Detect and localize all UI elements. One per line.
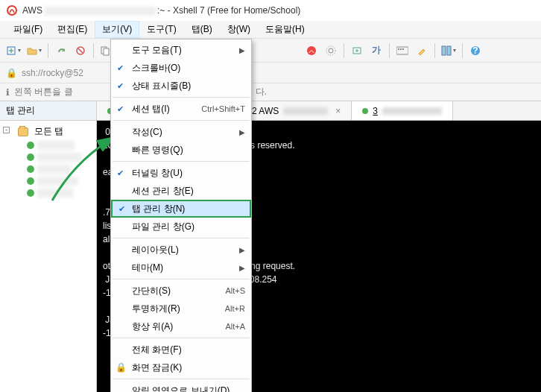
menu-separator	[113, 338, 250, 338]
menu-window[interactable]: 창(W)	[220, 21, 258, 38]
settings-icon[interactable]	[323, 42, 339, 59]
toolbar-separator	[434, 43, 435, 58]
tab-redacted	[382, 107, 442, 115]
menuitem-lock[interactable]: 🔒화면 잠금(K)	[111, 358, 251, 376]
menuitem-tabmgr[interactable]: ✔탭 관리 창(N)	[111, 200, 251, 218]
check-icon: ✔	[117, 104, 124, 114]
status-dot-icon	[362, 108, 368, 114]
toolbar-separator	[48, 43, 48, 58]
menu-separator	[113, 97, 250, 98]
session-tab-3[interactable]: 3	[352, 101, 453, 120]
menu-separator	[113, 279, 250, 279]
check-icon: ✔	[117, 81, 124, 91]
check-icon: ✔	[117, 63, 124, 73]
menuitem-toolbars[interactable]: 도구 모음(T)▶	[111, 41, 251, 59]
new-session-button[interactable]	[4, 42, 22, 59]
address-bar: 🔒 ssh://rocky@52	[0, 63, 541, 83]
font-icon[interactable]: 가	[368, 42, 385, 59]
menu-separator	[113, 238, 250, 238]
menuitem-theme[interactable]: 테마(M)▶	[111, 259, 251, 276]
submenu-arrow-icon: ▶	[239, 264, 245, 272]
status-dot-icon	[27, 142, 34, 149]
menu-help[interactable]: 도움말(H)	[258, 21, 312, 38]
add-tab-icon[interactable]	[349, 42, 365, 59]
menuitem-statusbar[interactable]: ✔상태 표시줄(B)	[111, 77, 251, 95]
menu-separator	[113, 379, 250, 379]
menu-edit[interactable]: 편집(E)	[50, 21, 95, 38]
svg-rect-15	[402, 48, 404, 50]
menu-tab[interactable]: 탭(B)	[184, 21, 220, 38]
menuitem-filemgr[interactable]: 파일 관리 창(G)	[111, 218, 251, 235]
collapse-icon[interactable]: -	[3, 127, 10, 133]
check-icon: ✔	[118, 204, 125, 214]
titlebar: AWS:~ - Xshell 7 (Free for Home/School)	[0, 0, 541, 21]
address-text[interactable]: ssh://rocky@52	[22, 68, 83, 78]
submenu-arrow-icon: ▶	[239, 128, 245, 136]
svg-text:?: ?	[472, 45, 478, 56]
title-prefix: AWS	[22, 5, 42, 16]
menu-view[interactable]: 보기(V)	[95, 21, 139, 38]
hint-bar: ℹ 왼쪽 버튼을 클 다.	[0, 83, 541, 101]
sidebar-title: 탭 관리	[0, 101, 96, 121]
svg-point-9	[329, 48, 333, 53]
svg-point-10	[326, 46, 335, 55]
check-icon: ✔	[117, 168, 124, 178]
menu-file[interactable]: 파일(F)	[6, 21, 50, 38]
menuitem-sessmgr[interactable]: 세션 관리 창(E)	[111, 182, 251, 200]
title-redacted	[44, 7, 156, 16]
menubar: 파일(F) 편집(E) 보기(V) 도구(T) 탭(B) 창(W) 도움말(H)	[0, 21, 541, 39]
app-logo-icon	[6, 4, 18, 16]
lock-icon: 🔒	[116, 362, 127, 373]
tab-redacted	[283, 107, 328, 115]
menuitem-sessiontab[interactable]: ✔세션 탭(I)Ctrl+Shift+T	[111, 100, 251, 118]
tab-label: 2 AWS	[252, 106, 279, 116]
reconnect-button[interactable]	[53, 42, 69, 59]
menuitem-simple[interactable]: 간단히(S)Alt+S	[111, 282, 251, 300]
toolbar-separator	[93, 43, 94, 58]
keyboard-icon[interactable]	[394, 42, 411, 59]
close-icon[interactable]: ×	[335, 106, 341, 116]
menu-separator	[113, 120, 250, 121]
folder-icon	[18, 127, 28, 136]
menu-separator	[113, 161, 250, 162]
toolbar-separator	[389, 43, 390, 58]
status-dot-icon	[27, 165, 34, 173]
status-dot-icon	[27, 177, 34, 185]
svg-rect-4	[104, 48, 109, 55]
menuitem-tunnel[interactable]: ✔터널링 창(U)	[111, 164, 251, 182]
menuitem-layout[interactable]: 레이아웃(L)▶	[111, 241, 251, 259]
lock-icon: 🔒	[6, 68, 17, 78]
menu-tools[interactable]: 도구(T)	[139, 21, 183, 38]
submenu-arrow-icon: ▶	[239, 46, 245, 54]
info-icon: ℹ	[6, 87, 10, 98]
xagent-icon[interactable]	[303, 42, 320, 59]
menuitem-quickcmd[interactable]: 빠른 명령(Q)	[111, 141, 251, 159]
menuitem-compose[interactable]: 작성(C)▶	[111, 123, 251, 141]
status-dot-icon	[27, 154, 34, 161]
hint-tail: 다.	[256, 86, 267, 98]
toolbar-separator	[344, 43, 344, 58]
tab-label: 3	[373, 106, 378, 116]
submenu-arrow-icon: ▶	[239, 246, 245, 254]
status-dot-icon	[27, 189, 34, 197]
disconnect-button[interactable]	[72, 42, 89, 59]
svg-rect-14	[400, 48, 402, 50]
menuitem-fullscreen[interactable]: 전체 화면(F)	[111, 341, 251, 358]
svg-rect-13	[398, 48, 399, 50]
menuitem-notify[interactable]: 알림 영역으로 보내기(D)	[111, 382, 251, 392]
svg-rect-17	[447, 46, 451, 55]
toolbar: 가 ?	[0, 39, 541, 63]
toolbar-separator	[462, 43, 463, 58]
svg-point-0	[7, 6, 16, 15]
svg-rect-12	[396, 47, 408, 54]
view-menu-dropdown: 도구 모음(T)▶ ✔스크롤바(O) ✔상태 표시줄(B) ✔세션 탭(I)Ct…	[110, 39, 252, 392]
menuitem-scrollbar[interactable]: ✔스크롤바(O)	[111, 59, 251, 77]
menuitem-ontop[interactable]: 항상 위(A)Alt+A	[111, 317, 251, 335]
menuitem-transparent[interactable]: 투명하게(R)Alt+R	[111, 300, 251, 317]
highlight-icon[interactable]	[414, 42, 430, 59]
layout-icon[interactable]	[440, 42, 458, 59]
hint-text: 왼쪽 버튼을 클	[14, 86, 73, 98]
open-session-button[interactable]	[25, 42, 43, 59]
help-icon[interactable]: ?	[467, 42, 484, 59]
svg-rect-16	[442, 46, 446, 55]
